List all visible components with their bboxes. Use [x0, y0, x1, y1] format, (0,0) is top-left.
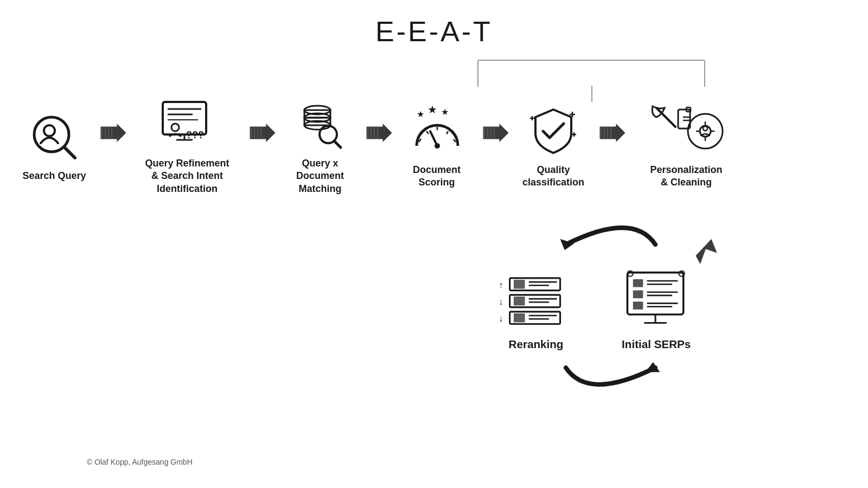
shield-check-icon	[528, 105, 579, 157]
svg-marker-43	[483, 123, 509, 143]
quality-classification-icon-box	[526, 104, 580, 158]
flow-row: Search Query ???	[11, 98, 746, 195]
svg-line-27	[334, 141, 341, 147]
page-title: E-E-A-T	[0, 15, 868, 48]
svg-marker-16	[250, 123, 276, 143]
svg-line-41	[446, 131, 448, 134]
document-scoring-label: DocumentScoring	[413, 164, 461, 189]
magnify-database-icon	[296, 99, 344, 151]
arrow-icon-5	[597, 122, 627, 144]
flow-item-document-scoring: ★ ★ ★ DocumentScoring	[393, 104, 480, 189]
svg-line-42	[454, 139, 456, 142]
svg-line-2	[64, 147, 75, 158]
arrow-icon-2	[247, 122, 277, 144]
svg-marker-3	[100, 123, 126, 143]
svg-text:★: ★	[417, 110, 424, 119]
svg-point-37	[435, 143, 440, 149]
svg-text:↑: ↑	[499, 280, 503, 290]
arrow-3	[363, 122, 393, 144]
svg-marker-54	[599, 123, 626, 143]
svg-text:★: ★	[427, 104, 437, 115]
arrow-2	[247, 122, 277, 144]
svg-marker-72	[645, 362, 660, 373]
copyright-text: © Olaf Kopp, Aufgesang GmbH	[87, 458, 193, 466]
svg-rect-82	[514, 313, 525, 323]
svg-line-38	[419, 139, 421, 142]
query-screen-icon: ???	[160, 99, 214, 151]
svg-rect-74	[514, 280, 525, 289]
arrow-1	[98, 122, 127, 144]
search-query-icon-box	[27, 110, 81, 164]
personalization-icon-box	[646, 104, 727, 158]
svg-point-70	[703, 126, 707, 131]
circular-flow-svg: ↑ ↓ ↓ Reranking Initial SERPs	[467, 228, 738, 401]
eeat-bracket	[477, 60, 705, 87]
document-matching-icon-box	[293, 98, 347, 152]
query-refinement-icon-box: ???	[160, 98, 214, 152]
search-query-label: Search Query	[22, 170, 86, 182]
document-scoring-icon-box: ★ ★ ★	[410, 104, 464, 158]
flow-item-query-refinement: ??? Query Refinement& Search Intent Iden…	[127, 98, 247, 195]
flow-item-personalization: Personalization& Cleaning	[627, 104, 746, 189]
svg-rect-98	[633, 301, 643, 309]
svg-text:★: ★	[441, 107, 449, 117]
svg-text:???: ???	[186, 130, 204, 140]
svg-text:Initial SERPs: Initial SERPs	[622, 338, 691, 350]
arrow-icon-4	[480, 122, 510, 144]
svg-rect-95	[633, 291, 643, 298]
flow-item-document-matching: Query xDocument Matching	[277, 98, 363, 195]
person-search-icon	[29, 112, 80, 163]
svg-point-1	[44, 125, 55, 136]
arrow-5	[597, 122, 627, 144]
svg-line-39	[426, 131, 429, 134]
svg-text:Reranking: Reranking	[509, 338, 564, 350]
svg-text:↓: ↓	[499, 313, 503, 323]
arrow-icon-1	[98, 122, 127, 144]
arrow-icon-3	[363, 122, 393, 144]
svg-rect-78	[514, 297, 525, 306]
svg-text:↓: ↓	[499, 297, 503, 306]
svg-point-12	[171, 124, 179, 131]
document-matching-label: Query xDocument Matching	[277, 157, 363, 195]
query-refinement-label: Query Refinement& Search Intent Identifi…	[127, 157, 247, 195]
arrow-4	[480, 122, 510, 144]
quality-classification-label: Qualityclassification	[522, 164, 584, 189]
svg-line-59	[656, 108, 675, 127]
svg-marker-28	[366, 123, 392, 143]
speedometer-stars-icon: ★ ★ ★	[411, 105, 463, 157]
flow-item-quality-classification: Qualityclassification	[510, 104, 597, 189]
svg-marker-104	[695, 239, 717, 264]
svg-rect-92	[633, 279, 643, 287]
personalization-label: Personalization& Cleaning	[650, 164, 722, 189]
person-clean-icon	[648, 105, 724, 157]
flow-item-search-query: Search Query	[11, 110, 98, 182]
